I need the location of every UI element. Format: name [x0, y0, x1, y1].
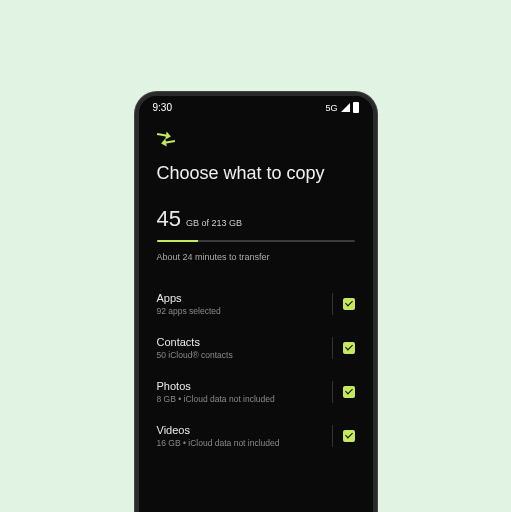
item-subtitle: 92 apps selected — [157, 306, 221, 316]
transfer-eta: About 24 minutes to transfer — [157, 252, 355, 262]
checkbox-photos[interactable] — [343, 386, 355, 398]
list-item-photos[interactable]: Photos 8 GB • iCloud data not included — [157, 370, 355, 414]
divider — [332, 425, 333, 447]
divider — [332, 293, 333, 315]
status-indicators: 5G — [325, 102, 358, 113]
item-subtitle: 16 GB • iCloud data not included — [157, 438, 280, 448]
item-title: Contacts — [157, 336, 233, 348]
progress-fill — [157, 240, 199, 242]
network-label: 5G — [325, 103, 337, 113]
item-title: Apps — [157, 292, 221, 304]
storage-summary: 45 GB of 213 GB — [157, 206, 355, 232]
item-title: Videos — [157, 424, 280, 436]
transfer-icon — [157, 129, 177, 149]
signal-icon — [341, 103, 350, 112]
phone-frame: 9:30 5G Choose what to copy 45 GB of 213… — [135, 92, 377, 512]
page-title: Choose what to copy — [157, 163, 355, 184]
content: Choose what to copy 45 GB of 213 GB Abou… — [139, 115, 373, 458]
divider — [332, 337, 333, 359]
storage-used-value: 45 — [157, 206, 181, 232]
list-item-videos[interactable]: Videos 16 GB • iCloud data not included — [157, 414, 355, 458]
screen: 9:30 5G Choose what to copy 45 GB of 213… — [139, 96, 373, 512]
checkbox-contacts[interactable] — [343, 342, 355, 354]
progress-bar — [157, 240, 355, 242]
list-item-apps[interactable]: Apps 92 apps selected — [157, 282, 355, 326]
storage-total: GB of 213 GB — [186, 218, 242, 228]
checkbox-apps[interactable] — [343, 298, 355, 310]
divider — [332, 381, 333, 403]
item-subtitle: 50 iCloud® contacts — [157, 350, 233, 360]
battery-icon — [353, 102, 359, 113]
status-time: 9:30 — [153, 102, 172, 113]
checkbox-videos[interactable] — [343, 430, 355, 442]
list-item-contacts[interactable]: Contacts 50 iCloud® contacts — [157, 326, 355, 370]
item-subtitle: 8 GB • iCloud data not included — [157, 394, 275, 404]
item-title: Photos — [157, 380, 275, 392]
status-bar: 9:30 5G — [139, 96, 373, 115]
